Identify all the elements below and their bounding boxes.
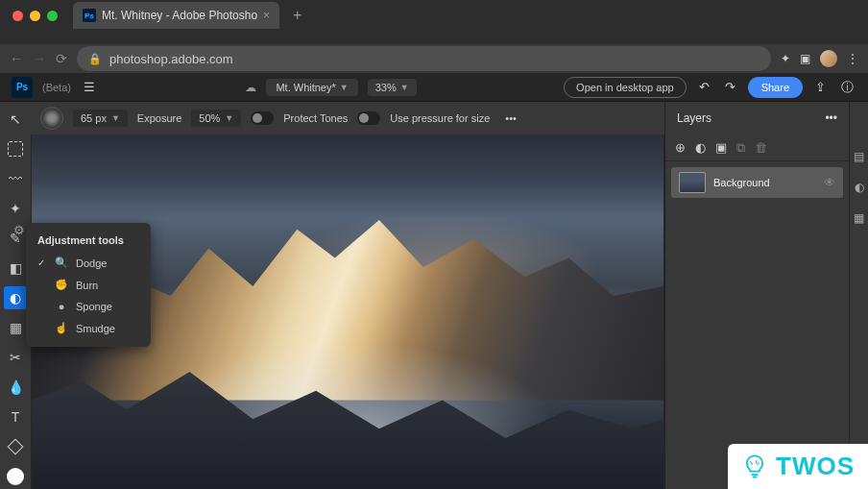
chevron-down-icon: ▼ <box>400 83 409 92</box>
marquee-tool[interactable] <box>4 137 27 159</box>
close-window-button[interactable] <box>12 11 23 21</box>
cloud-icon[interactable]: ☁ <box>245 81 256 94</box>
protect-tones-toggle[interactable] <box>251 111 274 125</box>
share-button[interactable]: Share <box>748 77 803 98</box>
smudge-icon: ☝ <box>55 322 68 334</box>
group-icon[interactable]: ⧉ <box>736 140 745 156</box>
photoshop-favicon: Ps <box>83 9 96 22</box>
window-controls <box>12 11 58 21</box>
bookmark-icon[interactable]: ▣ <box>800 52 810 65</box>
home-icon[interactable]: ☰ <box>81 77 98 97</box>
address-bar: ← → ⟳ 🔒 photoshop.adobe.com ✦ ▣ ⋮ <box>0 44 868 73</box>
lightbulb-icon <box>741 453 768 480</box>
layer-name: Background <box>713 177 816 188</box>
add-layer-icon[interactable]: ⊕ <box>675 140 686 155</box>
eyedropper-tool[interactable]: 💧 <box>4 377 27 399</box>
layer-row[interactable]: Background 👁 <box>671 167 843 198</box>
watermark-text: TWOS <box>776 452 855 481</box>
open-desktop-button[interactable]: Open in desktop app <box>564 77 687 98</box>
popup-item-burn[interactable]: ✓ ✊ Burn <box>26 274 151 296</box>
menu-icon[interactable]: ⋮ <box>847 52 858 65</box>
url-field[interactable]: 🔒 photoshop.adobe.com <box>77 46 771 71</box>
panel-menu-icon[interactable]: ••• <box>825 111 837 125</box>
zoom-dropdown[interactable]: 33% ▼ <box>368 79 417 96</box>
watermark: TWOS <box>728 444 868 489</box>
photoshop-logo[interactable]: Ps <box>12 77 33 98</box>
layers-panel-header: Layers ••• <box>665 102 849 134</box>
browser-chrome: Ps Mt. Whitney - Adobe Photosho × + <box>0 0 868 44</box>
visibility-icon[interactable]: 👁 <box>824 176 835 189</box>
document-name: Mt. Whitney* <box>276 82 335 93</box>
minimize-window-button[interactable] <box>30 11 40 21</box>
zoom-value: 33% <box>375 82 397 93</box>
eraser-tool[interactable]: ◧ <box>4 257 27 279</box>
burn-icon: ✊ <box>55 279 68 291</box>
protect-tones-label: Protect Tones <box>283 112 348 124</box>
tab-title: Mt. Whitney - Adobe Photosho <box>102 9 257 22</box>
pressure-size-label: Use pressure for size <box>390 112 490 124</box>
swatches-panel-icon[interactable]: ▦ <box>854 211 864 225</box>
wand-tool[interactable]: ✦ <box>4 197 27 219</box>
url-text: photoshop.adobe.com <box>109 52 233 66</box>
maximize-window-button[interactable] <box>47 11 58 21</box>
delete-layer-icon[interactable]: 🗑 <box>755 140 767 155</box>
mask-icon[interactable]: ▣ <box>715 140 727 155</box>
brush-preview[interactable] <box>40 107 63 130</box>
sponge-icon: ● <box>55 301 68 312</box>
beta-label: (Beta) <box>42 82 71 93</box>
layers-title: Layers <box>677 111 711 125</box>
layer-thumbnail <box>679 172 706 193</box>
exposure-label: Exposure <box>137 112 181 124</box>
browser-tab[interactable]: Ps Mt. Whitney - Adobe Photosho × <box>73 2 279 29</box>
redo-button[interactable]: ↷ <box>722 77 738 97</box>
popup-item-dodge[interactable]: ✓ 🔍 Dodge <box>26 252 151 274</box>
dodge-icon: 🔍 <box>55 257 68 269</box>
popup-item-sponge[interactable]: ✓ ● Sponge <box>26 296 151 317</box>
close-tab-icon[interactable]: × <box>263 9 270 22</box>
gradient-tool[interactable]: ▦ <box>4 317 27 339</box>
forward-button[interactable]: → <box>33 51 46 66</box>
layers-panel: Layers ••• ⊕ ◐ ▣ ⧉ 🗑 Background 👁 <box>664 102 849 489</box>
document-name-dropdown[interactable]: Mt. Whitney* ▼ <box>266 79 357 96</box>
type-tool[interactable]: T <box>4 406 27 428</box>
pressure-size-toggle[interactable] <box>357 111 380 125</box>
adjustment-tools-popup: Adjustment tools ✓ 🔍 Dodge ✓ ✊ Burn ✓ ● … <box>26 223 151 347</box>
profile-avatar[interactable] <box>820 50 837 67</box>
chevron-down-icon: ▼ <box>111 113 120 123</box>
more-options-icon[interactable]: ••• <box>505 112 517 124</box>
export-icon[interactable]: ⇪ <box>812 77 829 97</box>
properties-panel-icon[interactable]: ▤ <box>854 150 864 163</box>
chevron-down-icon: ▼ <box>340 83 349 92</box>
crop-tool[interactable]: ✂ <box>4 347 27 369</box>
collapsed-panels: ▤ ◐ ▦ <box>849 102 868 489</box>
dodge-tool[interactable]: ◐ <box>4 286 27 308</box>
adjustments-panel-icon[interactable]: ◐ <box>855 181 864 194</box>
lock-icon: 🔒 <box>88 53 102 65</box>
layer-actions: ⊕ ◐ ▣ ⧉ 🗑 <box>665 134 849 161</box>
check-icon: ✓ <box>37 257 47 268</box>
undo-button[interactable]: ↶ <box>696 77 712 97</box>
tab-strip: Ps Mt. Whitney - Adobe Photosho × + <box>0 0 868 31</box>
lasso-tool[interactable]: 〰 <box>4 167 27 189</box>
help-icon[interactable]: ⓘ <box>838 76 856 99</box>
new-tab-button[interactable]: + <box>285 7 309 24</box>
popup-item-smudge[interactable]: ✓ ☝ Smudge <box>26 317 151 339</box>
move-tool[interactable]: ↖ <box>4 108 27 130</box>
color-swatch[interactable] <box>4 466 27 488</box>
brush-size-field[interactable]: 65 px ▼ <box>73 110 128 127</box>
reload-button[interactable]: ⟳ <box>56 51 67 66</box>
extension-icon[interactable]: ✦ <box>781 52 790 65</box>
back-button[interactable]: ← <box>10 51 23 66</box>
tool-options-bar: 65 px ▼ Exposure 50% ▼ Protect Tones Use… <box>31 102 664 134</box>
popup-title: Adjustment tools <box>26 231 151 252</box>
app-header: Ps (Beta) ☰ ☁ Mt. Whitney* ▼ 33% ▼ Open … <box>0 73 868 102</box>
extension-icons: ✦ ▣ ⋮ <box>781 50 858 67</box>
gear-icon[interactable]: ⚙ <box>13 223 25 237</box>
adjustment-layer-icon[interactable]: ◐ <box>695 140 706 155</box>
shape-tool[interactable] <box>4 436 27 458</box>
exposure-field[interactable]: 50% ▼ <box>191 110 241 127</box>
chevron-down-icon: ▼ <box>225 113 233 123</box>
